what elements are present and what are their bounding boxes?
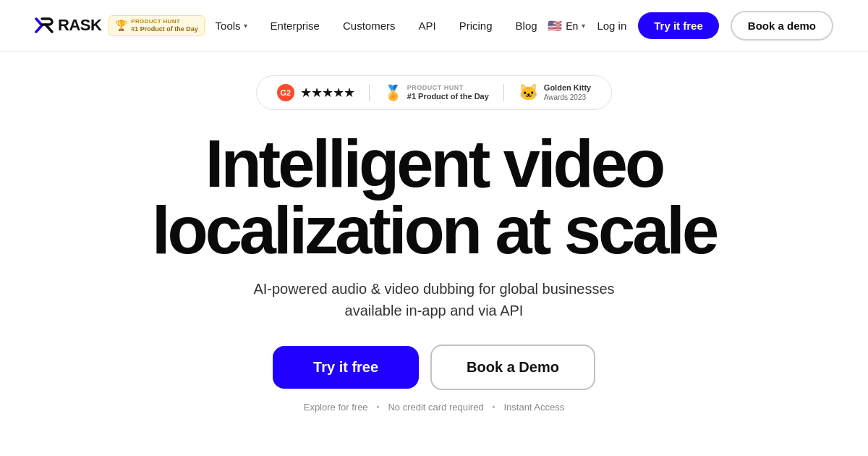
dot-separator-2: • <box>492 402 495 413</box>
g2-stars: ★★★★★ <box>300 85 354 101</box>
header-try-free-button[interactable]: Try it free <box>638 12 719 39</box>
nav-customers[interactable]: Customers <box>343 20 396 32</box>
header-ph-badge: 🏆 PRODUCT HUNT #1 Product of the Day <box>109 15 205 35</box>
nav-enterprise[interactable]: Enterprise <box>271 20 320 32</box>
flag-icon: 🇺🇸 <box>548 19 562 33</box>
lang-chevron-icon: ▾ <box>582 22 585 30</box>
golden-kitty-award: 🐱 Golden Kitty Awards 2023 <box>519 83 591 102</box>
nav-pricing[interactable]: Pricing <box>459 20 493 32</box>
ph-award-label: PRODUCT HUNT <box>407 84 489 92</box>
main-nav: Tools ▾ Enterprise Customers API Pricing… <box>216 20 537 32</box>
cta-try-free-button[interactable]: Try it free <box>273 346 419 389</box>
trophy-icon: 🏆 <box>115 20 127 31</box>
golden-kitty-icon: 🐱 <box>519 83 538 102</box>
language-selector[interactable]: 🇺🇸 En ▾ <box>548 19 585 33</box>
footnote-no-cc: No credit card required <box>388 402 483 413</box>
awards-divider-1 <box>369 84 370 101</box>
hero-headline-line1: Intelligent video <box>205 127 663 200</box>
logo-wordmark[interactable]: RASK <box>35 16 101 35</box>
golden-kitty-year: Awards 2023 <box>544 93 591 102</box>
lang-label: En <box>566 20 578 32</box>
logo-area: RASK 🏆 PRODUCT HUNT #1 Product of the Da… <box>35 15 205 35</box>
g2-logo-icon: G2 <box>277 84 294 101</box>
footnote-explore: Explore for free <box>304 402 368 413</box>
g2-rating: G2 ★★★★★ <box>277 84 354 101</box>
ph-badge-title: #1 Product of the Day <box>131 25 198 33</box>
cta-footnote: Explore for free • No credit card requir… <box>301 402 568 413</box>
hero-headline-line2: localization at scale <box>152 193 716 267</box>
footnote-instant: Instant Access <box>503 402 564 413</box>
dot-separator-1: • <box>376 402 380 413</box>
header-book-demo-button[interactable]: Book a demo <box>731 11 833 41</box>
nav-blog[interactable]: Blog <box>516 20 537 32</box>
awards-bar: G2 ★★★★★ 🏅 PRODUCT HUNT #1 Product of th… <box>256 75 612 110</box>
logo-text: RASK <box>58 16 101 35</box>
cta-group: Try it free Book a Demo <box>273 345 595 390</box>
nav-api[interactable]: API <box>419 20 436 32</box>
cta-book-demo-button[interactable]: Book a Demo <box>430 345 595 390</box>
hero-headline: Intelligent video localization at scale <box>152 130 716 263</box>
hero-subtitle: AI-powered audio & video dubbing for glo… <box>253 278 615 321</box>
chevron-down-icon: ▾ <box>244 22 247 30</box>
header-right: 🇺🇸 En ▾ Log in Try it free Book a demo <box>548 11 833 41</box>
golden-kitty-title: Golden Kitty <box>544 83 591 93</box>
product-hunt-award: 🏅 PRODUCT HUNT #1 Product of the Day <box>384 84 489 101</box>
login-button[interactable]: Log in <box>597 20 626 32</box>
main-content: G2 ★★★★★ 🏅 PRODUCT HUNT #1 Product of th… <box>0 52 868 413</box>
awards-divider-2 <box>503 84 504 101</box>
ph-badge-label: PRODUCT HUNT <box>131 18 198 25</box>
ph-award-title: #1 Product of the Day <box>407 92 489 101</box>
nav-tools[interactable]: Tools ▾ <box>216 20 247 32</box>
ph-award-icon: 🏅 <box>384 84 402 101</box>
rask-logo-icon <box>35 17 55 33</box>
